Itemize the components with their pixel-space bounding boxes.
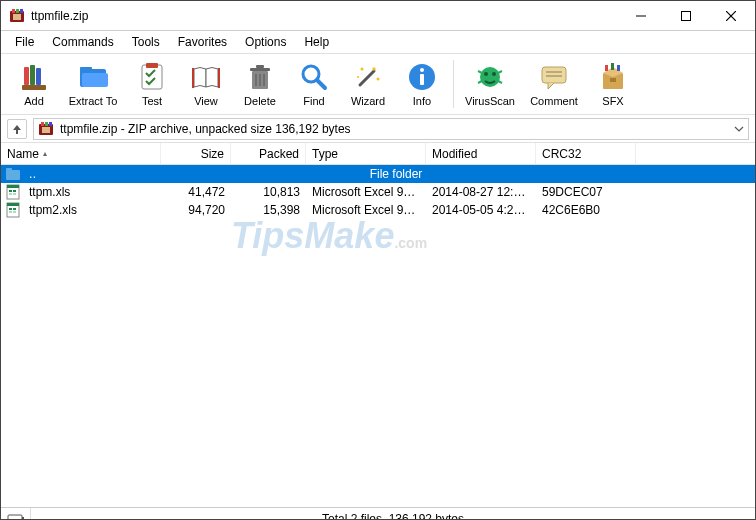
status-text: Total 2 files, 136,192 bytes — [31, 512, 755, 521]
svg-rect-19 — [218, 68, 220, 88]
svg-line-27 — [317, 80, 325, 88]
xls-icon — [5, 202, 21, 218]
svg-rect-54 — [42, 127, 50, 133]
minimize-button[interactable] — [618, 2, 663, 30]
add-label: Add — [24, 95, 44, 107]
svg-rect-51 — [41, 122, 44, 126]
svg-line-40 — [478, 81, 482, 83]
menu-help[interactable]: Help — [296, 33, 337, 51]
view-button[interactable]: View — [179, 56, 233, 112]
svg-rect-62 — [13, 193, 16, 195]
close-button[interactable] — [708, 2, 753, 30]
svg-line-41 — [498, 81, 502, 83]
header-modified[interactable]: Modified — [426, 143, 536, 164]
svg-line-28 — [360, 71, 374, 85]
header-size[interactable]: Size — [161, 143, 231, 164]
svg-rect-21 — [250, 68, 270, 71]
header-crc[interactable]: CRC32 — [536, 143, 636, 164]
add-button[interactable]: Add — [7, 56, 61, 112]
virusscan-label: VirusScan — [465, 95, 515, 107]
svg-rect-46 — [610, 78, 616, 82]
wizard-button[interactable]: Wizard — [341, 56, 395, 112]
toolbar-separator — [453, 60, 454, 108]
svg-rect-12 — [36, 68, 41, 85]
svg-rect-18 — [192, 68, 194, 88]
find-button[interactable]: Find — [287, 56, 341, 112]
svg-line-38 — [478, 71, 482, 73]
svg-rect-47 — [605, 65, 608, 71]
test-button[interactable]: Test — [125, 56, 179, 112]
window-title: ttpmfile.zip — [31, 9, 618, 23]
file-name: ttpm.xls — [23, 185, 161, 199]
comment-icon — [538, 61, 570, 93]
menu-options[interactable]: Options — [237, 33, 294, 51]
svg-point-29 — [361, 68, 364, 71]
file-list[interactable]: .. File folder ttpm.xls 41,472 10,813 Mi… — [1, 165, 755, 507]
info-icon — [406, 61, 438, 93]
search-icon — [298, 61, 330, 93]
extract-button[interactable]: Extract To — [61, 56, 125, 112]
svg-rect-66 — [13, 208, 16, 210]
svg-rect-34 — [420, 74, 424, 85]
file-modified: 2014-05-05 4:2… — [426, 203, 536, 217]
svg-rect-69 — [8, 515, 22, 521]
maximize-button[interactable] — [663, 2, 708, 30]
header-type[interactable]: Type — [306, 143, 426, 164]
svg-rect-59 — [9, 190, 12, 192]
book-open-icon — [190, 61, 222, 93]
parent-type: File folder — [37, 167, 755, 181]
up-arrow-icon — [11, 123, 23, 135]
info-label: Info — [413, 95, 431, 107]
svg-rect-11 — [30, 65, 35, 85]
file-crc: 42C6E6B0 — [536, 203, 636, 217]
svg-rect-55 — [6, 170, 20, 180]
svg-rect-15 — [82, 73, 108, 87]
test-label: Test — [142, 95, 162, 107]
file-row[interactable]: ttpm2.xls 94,720 15,398 Microsoft Excel … — [1, 201, 755, 219]
delete-button[interactable]: Delete — [233, 56, 287, 112]
trash-icon — [244, 61, 276, 93]
file-type: Microsoft Excel 97… — [306, 185, 426, 199]
svg-point-33 — [420, 68, 424, 72]
menu-commands[interactable]: Commands — [44, 33, 121, 51]
header-name[interactable]: Name▴ — [1, 143, 161, 164]
virusscan-button[interactable]: VirusScan — [458, 56, 522, 112]
svg-rect-52 — [45, 122, 48, 126]
extract-label: Extract To — [69, 95, 118, 107]
books-icon — [18, 61, 50, 93]
svg-rect-68 — [13, 211, 16, 213]
svg-rect-2 — [16, 9, 19, 13]
svg-rect-48 — [611, 63, 614, 70]
menubar: File Commands Tools Favorites Options He… — [1, 31, 755, 53]
up-button[interactable] — [7, 119, 27, 139]
path-box[interactable]: ttpmfile.zip - ZIP archive, unpacked siz… — [33, 118, 749, 140]
status-icon — [1, 508, 31, 520]
file-name: ttpm2.xls — [23, 203, 161, 217]
titlebar: ttpmfile.zip — [1, 1, 755, 31]
parent-folder-row[interactable]: .. File folder — [1, 165, 755, 183]
svg-rect-16 — [142, 65, 162, 89]
sfx-button[interactable]: SFX — [586, 56, 640, 112]
menu-favorites[interactable]: Favorites — [170, 33, 235, 51]
comment-button[interactable]: Comment — [522, 56, 586, 112]
delete-label: Delete — [244, 95, 276, 107]
xls-icon — [5, 184, 21, 200]
wizard-label: Wizard — [351, 95, 385, 107]
view-label: View — [194, 95, 218, 107]
info-button[interactable]: Info — [395, 56, 449, 112]
watermark: TipsMake.com — [231, 215, 427, 257]
file-row[interactable]: ttpm.xls 41,472 10,813 Microsoft Excel 9… — [1, 183, 755, 201]
svg-rect-6 — [681, 11, 690, 20]
file-packed: 10,813 — [231, 185, 306, 199]
svg-rect-70 — [22, 517, 24, 521]
svg-rect-1 — [12, 9, 15, 13]
header-packed[interactable]: Packed — [231, 143, 306, 164]
file-packed: 15,398 — [231, 203, 306, 217]
wand-icon — [352, 61, 384, 93]
menu-file[interactable]: File — [7, 33, 42, 51]
menu-tools[interactable]: Tools — [124, 33, 168, 51]
svg-rect-22 — [256, 65, 264, 68]
svg-rect-56 — [6, 168, 12, 171]
chevron-down-icon[interactable] — [734, 124, 744, 134]
toolbar: Add Extract To Test View Delete Find Wiz… — [1, 53, 755, 115]
